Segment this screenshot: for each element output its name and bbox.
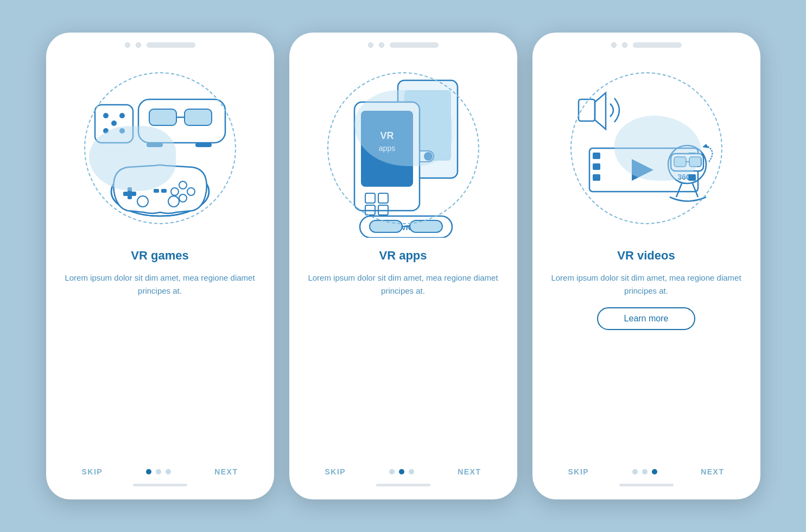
dot-1-2: [156, 469, 161, 474]
dot-3-2: [642, 469, 648, 474]
phone-1-skip[interactable]: SKIP: [82, 467, 103, 476]
phone-3-desc: Lorem ipsum dolor sit dim amet, mea regi…: [549, 271, 744, 297]
speaker-indicator-2: [390, 42, 439, 48]
illustration-vr-apps: VR apps VR: [289, 48, 517, 249]
camera-indicator-2: [368, 42, 373, 48]
phone-2-home-bar: [376, 484, 430, 486]
phone-3-next[interactable]: NEXT: [701, 467, 724, 476]
phone-vr-videos: 360 VR videos Lorem ipsum dolor sit dim …: [532, 33, 760, 499]
sensor-indicator-3: [622, 42, 627, 48]
phone-3-home-bar: [619, 484, 674, 486]
speaker-indicator-3: [633, 42, 682, 48]
phone-2-bottom-nav: SKIP NEXT: [306, 467, 501, 476]
phone-1-desc: Lorem ipsum dolor sit dim amet, mea regi…: [62, 271, 258, 297]
speaker-indicator: [147, 42, 195, 48]
phone-3-content: VR videos Lorem ipsum dolor sit dim amet…: [532, 249, 760, 486]
sensor-indicator: [136, 42, 141, 48]
phone-2-desc: Lorem ipsum dolor sit dim amet, mea regi…: [306, 271, 501, 297]
phone-1-content: VR games Lorem ipsum dolor sit dim amet,…: [46, 249, 274, 486]
phone-top-bar-2: [289, 33, 517, 48]
phone-3-skip[interactable]: SKIP: [568, 467, 589, 476]
phone-2-title: VR apps: [379, 249, 427, 263]
illustration-vr-games: [46, 48, 274, 249]
phone-vr-games: VR games Lorem ipsum dolor sit dim amet,…: [46, 33, 274, 499]
dot-2-3: [409, 469, 414, 474]
phones-container: VR games Lorem ipsum dolor sit dim amet,…: [46, 33, 760, 499]
dot-2-1: [389, 469, 395, 474]
phone-1-title: VR games: [131, 249, 188, 263]
camera-indicator: [125, 42, 130, 48]
learn-more-button[interactable]: Learn more: [597, 307, 696, 330]
sensor-indicator-2: [379, 42, 384, 48]
phone-top-bar-1: [46, 33, 274, 48]
dot-1-active: [146, 469, 151, 474]
phone-3-title: VR videos: [617, 249, 675, 263]
dot-3-active: [652, 469, 657, 474]
phone-top-bar-3: [532, 33, 760, 48]
phone-1-dots: [146, 469, 171, 474]
illustration-vr-videos: 360: [532, 48, 760, 249]
phone-1-bottom-nav: SKIP NEXT: [62, 467, 258, 476]
phone-2-skip[interactable]: SKIP: [325, 467, 346, 476]
camera-indicator-3: [611, 42, 617, 48]
phone-1-next[interactable]: NEXT: [214, 467, 238, 476]
phone-2-next[interactable]: NEXT: [458, 467, 481, 476]
phone-3-bottom-nav: SKIP NEXT: [549, 467, 744, 476]
svg-text:VR: VR: [401, 224, 410, 232]
dot-3-1: [632, 469, 638, 474]
phone-vr-apps: VR apps VR VR apps Lorem ipsum dolor sit…: [289, 33, 517, 499]
dot-1-3: [166, 469, 171, 474]
dot-2-active: [399, 469, 404, 474]
phone-3-dots: [632, 469, 657, 474]
phone-2-dots: [389, 469, 414, 474]
phone-2-content: VR apps Lorem ipsum dolor sit dim amet, …: [289, 249, 517, 486]
phone-1-home-bar: [133, 484, 187, 486]
